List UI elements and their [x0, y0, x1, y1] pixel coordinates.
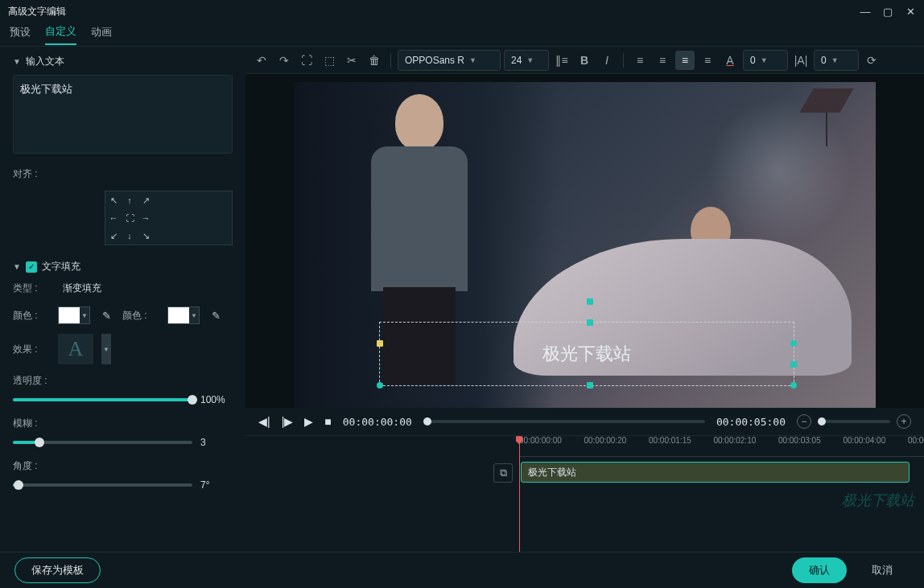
lineheight-icon[interactable]: ‖≡ [552, 51, 571, 70]
cut-icon[interactable]: ✂ [342, 51, 361, 70]
play-button[interactable]: ▶ [304, 415, 313, 428]
bold-button[interactable]: B [575, 51, 594, 70]
timeline-tick: 00:00:04:00 [843, 436, 885, 445]
spacing1-input[interactable]: 0▼ [743, 50, 788, 71]
opacity-slider[interactable] [13, 398, 192, 401]
timeline-tick: 00:00:00:20 [584, 436, 626, 445]
zoom-slider[interactable] [818, 420, 890, 423]
delete-icon[interactable]: 🗑 [365, 51, 384, 70]
fill-checkbox[interactable]: ✓ [26, 261, 37, 273]
align-mr[interactable]: → [138, 209, 154, 227]
layer-icon[interactable]: ⧉ [493, 463, 513, 483]
cancel-button[interactable]: 取消 [855, 557, 910, 583]
color1-label: 颜色 : [13, 309, 50, 323]
align-ml[interactable]: ← [105, 209, 122, 227]
align-bl[interactable]: ↙ [105, 227, 122, 245]
align-tl[interactable]: ↖ [105, 191, 122, 209]
fill-label: 文字填充 [42, 260, 80, 273]
fill-type-select[interactable]: 渐变填充 [58, 280, 106, 297]
type-label: 类型 : [13, 282, 50, 295]
font-select[interactable]: OPPOSans R▼ [398, 50, 501, 71]
spacing2-input[interactable]: 0▼ [814, 50, 859, 71]
text-color-icon[interactable]: A [720, 51, 740, 70]
video-preview[interactable]: 极光下载站 [295, 82, 876, 408]
chevron-down-icon[interactable]: ▼ [13, 57, 21, 66]
input-text-label: 输入文本 [26, 55, 64, 68]
alignment-grid[interactable]: ↖ ↑ ↗ ← ⛶ → ↙ ↓ ↘ [105, 191, 233, 245]
save-template-button[interactable]: 保存为模板 [14, 557, 101, 583]
align-right-icon[interactable]: ≡ [675, 51, 695, 70]
tab-custom[interactable]: 自定义 [45, 24, 76, 45]
text-input[interactable] [13, 75, 233, 154]
overlay-text: 极光下载站 [542, 342, 631, 366]
blur-label: 模糊 : [13, 417, 233, 430]
timeline-ruler[interactable]: 00:00:00:00 00:00:00:20 00:00:01:15 00:0… [519, 436, 924, 457]
align-label: 对齐 : [13, 167, 50, 181]
zoom-in-button[interactable]: + [897, 414, 911, 429]
effect-preview[interactable]: A [58, 334, 93, 364]
timeline-tick: 00:00:00:00 [519, 436, 562, 445]
angle-value: 7° [200, 479, 233, 491]
zoom-out-button[interactable]: − [797, 414, 811, 429]
timeline-tick: 00:00:0 [908, 436, 924, 445]
align-tc[interactable]: ↑ [122, 191, 138, 209]
crop-icon[interactable]: ⛶ [297, 51, 316, 70]
size-select[interactable]: 24▼ [504, 50, 549, 71]
blur-slider[interactable] [13, 441, 192, 444]
tab-preset[interactable]: 预设 [10, 25, 31, 44]
angle-slider[interactable] [13, 483, 192, 487]
playback-slider[interactable] [423, 420, 705, 423]
eyedropper1-icon[interactable]: ✎ [98, 306, 114, 324]
letterspacing-icon[interactable]: |A| [791, 51, 811, 70]
italic-button[interactable]: I [597, 51, 617, 70]
blur-value: 3 [200, 437, 233, 448]
playhead[interactable] [519, 436, 520, 552]
align-tr[interactable]: ↗ [138, 191, 154, 209]
color1-swatch[interactable]: ▼ [58, 306, 90, 324]
effect-dropdown[interactable]: ▼ [101, 334, 111, 364]
current-time: 00:00:00:00 [343, 416, 412, 428]
effect-label: 效果 : [13, 343, 50, 356]
timeline-tick: 00:00:01:15 [649, 436, 691, 445]
opacity-value: 100% [200, 394, 233, 405]
align-left-icon[interactable]: ≡ [630, 51, 650, 70]
maximize-button[interactable]: ▢ [882, 6, 893, 17]
refresh-icon[interactable]: ⟳ [862, 51, 881, 70]
total-time: 00:00:05:00 [716, 416, 786, 428]
color2-swatch[interactable]: ▼ [167, 306, 200, 324]
timeline-tick: 00:00:03:05 [778, 436, 821, 445]
minimize-button[interactable]: — [860, 6, 871, 17]
align-bc[interactable]: ↓ [122, 227, 138, 245]
align-br[interactable]: ↘ [138, 227, 154, 245]
text-clip[interactable]: 极光下载站 [521, 462, 910, 483]
next-frame-button[interactable]: |▶ [282, 415, 294, 428]
color2-label: 颜色 : [122, 309, 159, 323]
tab-animation[interactable]: 动画 [91, 25, 112, 44]
undo-button[interactable]: ↶ [252, 51, 271, 70]
align-center-icon[interactable]: ≡ [653, 51, 672, 70]
stop-button[interactable]: ■ [324, 415, 331, 428]
redo-button[interactable]: ↷ [274, 51, 294, 70]
align-mc[interactable]: ⛶ [122, 209, 138, 227]
window-title: 高级文字编辑 [8, 5, 66, 19]
timeline-tick: 00:00:02:10 [713, 436, 756, 445]
confirm-button[interactable]: 确认 [792, 557, 847, 583]
text-bounding-box[interactable]: 极光下载站 [379, 322, 794, 386]
trim-icon[interactable]: ⬚ [320, 51, 339, 70]
align-justify-icon[interactable]: ≡ [698, 51, 717, 70]
chevron-down-icon[interactable]: ▼ [13, 262, 21, 271]
eyedropper2-icon[interactable]: ✎ [208, 306, 224, 324]
close-button[interactable]: ✕ [905, 6, 916, 17]
opacity-label: 透明度 : [13, 374, 233, 388]
angle-label: 角度 : [13, 459, 233, 473]
prev-frame-button[interactable]: ◀| [258, 415, 270, 428]
